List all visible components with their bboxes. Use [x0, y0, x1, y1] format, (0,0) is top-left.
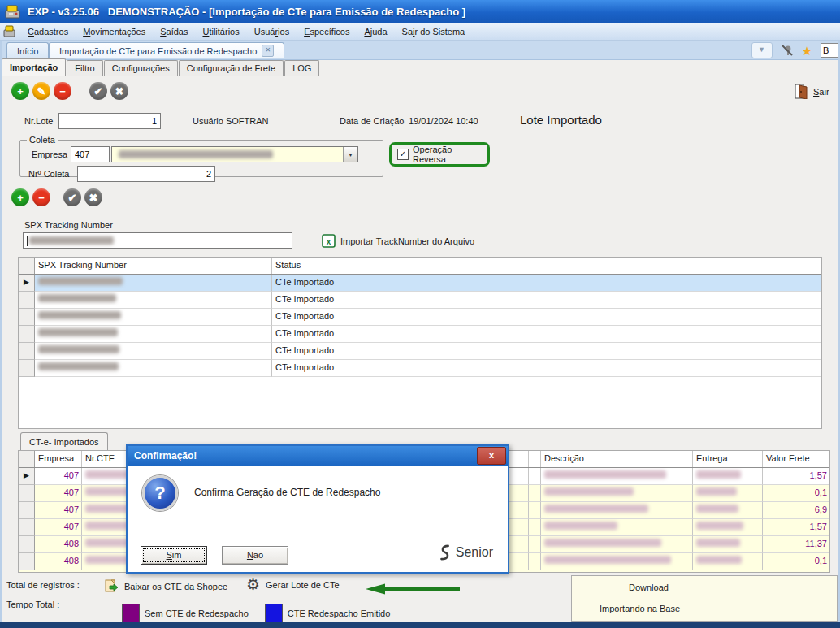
- tempo-total-label: Tempo Total :: [6, 600, 59, 609]
- tabbar-controls: ▼ ★: [751, 42, 840, 58]
- legend-swatch-sem-cte: [122, 604, 140, 623]
- search-input[interactable]: [821, 43, 840, 58]
- spx-tracking-input[interactable]: [23, 232, 292, 249]
- col-header-spx-tracking[interactable]: SPX Tracking Number: [35, 258, 272, 274]
- tracking-row[interactable]: CTe Importado: [19, 309, 821, 326]
- nr-coleta-field[interactable]: [77, 166, 215, 182]
- exit-button[interactable]: Sair: [795, 84, 829, 99]
- row-indicator: ▶: [19, 275, 35, 292]
- operacao-reversa-checkbox[interactable]: ✓: [397, 149, 409, 160]
- tab-inicio[interactable]: Início: [6, 42, 49, 58]
- tracking-value-redacted: [29, 236, 114, 245]
- col-header-valor-frete[interactable]: Valor Frete: [763, 451, 829, 467]
- gerar-lote-label: Gerar Lote de CTe: [266, 580, 340, 590]
- col-header-descricao[interactable]: Descrição: [541, 451, 693, 467]
- dialog-title: Confirmação!: [134, 450, 197, 461]
- add-lote-button[interactable]: +: [11, 82, 29, 100]
- window-titlebar[interactable]: EXP - v3.25.06 DEMONSTRAÇÃO - [Importaçã…: [0, 0, 840, 23]
- tab-importacao[interactable]: Importação: [2, 58, 66, 76]
- empresa-label: Empresa: [32, 149, 67, 159]
- download-label: Download: [629, 583, 669, 592]
- document-tab-bar: Início Importação de CTe para Emissão de…: [0, 41, 840, 60]
- menu-item-usuarios[interactable]: Usuários: [248, 25, 296, 38]
- dialog-titlebar[interactable]: Confirmação! x: [128, 446, 508, 466]
- progress-panel: Download Importando na Base: [571, 575, 838, 622]
- excel-file-icon: x: [322, 234, 336, 248]
- dialog-close-button[interactable]: x: [477, 447, 506, 465]
- tab-configuracoes[interactable]: Configurações: [104, 60, 178, 76]
- tab-log[interactable]: LOG: [284, 60, 319, 76]
- empresa-combo[interactable]: ▼: [111, 146, 358, 162]
- gear-icon: ⚙: [246, 578, 260, 592]
- delete-lote-button[interactable]: −: [54, 82, 71, 100]
- tracking-redacted: [38, 277, 123, 285]
- nr-lote-label: Nr.Lote: [24, 116, 53, 126]
- window-title: EXP - v3.25.06 DEMONSTRAÇÃO - [Importaçã…: [28, 6, 465, 18]
- col-header-entrega[interactable]: Entrega: [693, 451, 763, 467]
- favorite-star-icon[interactable]: ★: [802, 45, 812, 57]
- question-icon: ?: [142, 475, 178, 511]
- tracking-row[interactable]: CTe Importado: [19, 292, 821, 309]
- legend-label-sem-cte: Sem CTE de Redespacho: [145, 609, 249, 618]
- confirm-tracking-button[interactable]: ✔: [63, 188, 81, 206]
- status-cell: CTe Importado: [272, 292, 821, 309]
- text-cursor: [27, 236, 28, 246]
- tab-cte-importados[interactable]: CT-e- Importados: [20, 432, 108, 451]
- unpin-icon[interactable]: [781, 44, 794, 57]
- total-registros-label: Total de registros :: [6, 580, 80, 590]
- tracking-grid: SPX Tracking Number Status ▶ CTe Importa…: [18, 257, 822, 429]
- empresa-code-field[interactable]: [71, 146, 110, 162]
- col-header-empresa[interactable]: Empresa: [35, 451, 82, 467]
- menu-item-sair-do-sistema[interactable]: Sair do Sistema: [396, 25, 472, 38]
- menu-item-saidas[interactable]: Saídas: [154, 25, 194, 38]
- nao-button[interactable]: Não: [222, 546, 288, 565]
- tab-configuracao-de-frete[interactable]: Configuração de Frete: [179, 60, 284, 76]
- tracking-row[interactable]: CTe Importado: [19, 360, 821, 377]
- chevron-down-icon[interactable]: ▼: [751, 42, 773, 58]
- lote-status-label: Lote Importado: [520, 113, 602, 127]
- download-file-icon: [104, 578, 119, 594]
- lote-toolbar: + ✎ − ✔ ✖: [11, 82, 128, 100]
- status-cell: CTe Importado: [272, 343, 821, 360]
- empresa-cell: 407: [35, 468, 82, 485]
- door-exit-icon: [795, 84, 808, 99]
- importando-base-label: Importando na Base: [600, 604, 680, 613]
- baixar-cte-shopee-button[interactable]: Baixar os CTE da Shopee: [104, 578, 227, 594]
- col-header-status[interactable]: Status: [272, 258, 821, 274]
- senior-logo-icon: [438, 544, 452, 561]
- data-criacao-label: Data de Criação: [340, 116, 405, 126]
- tab-filtro[interactable]: Filtro: [67, 60, 102, 76]
- nr-lote-field[interactable]: [58, 113, 161, 129]
- status-cell: CTe Importado: [272, 275, 821, 292]
- legend: Sem CTE de Redespacho CTE Redespacho Emi…: [122, 604, 390, 623]
- tracking-row[interactable]: ▶ CTe Importado: [19, 275, 821, 292]
- status-cell: CTe Importado: [272, 309, 821, 326]
- annotation-arrow-icon: [366, 583, 461, 595]
- tracking-row[interactable]: CTe Importado: [19, 326, 821, 343]
- combo-dropdown-icon[interactable]: ▼: [343, 147, 357, 162]
- menu-item-especificos[interactable]: Específicos: [297, 25, 356, 38]
- dialog-message: Confirma Geração de CTE de Redespacho: [194, 487, 380, 498]
- window-border-bottom: [0, 622, 840, 628]
- row-indicator: ▶: [19, 468, 35, 485]
- data-criacao-value: 19/01/2024 10:40: [409, 116, 478, 126]
- import-tracknumber-label: Importar TrackNumber do Arquivo: [340, 236, 474, 246]
- menu-item-movimentacoes[interactable]: Movimentações: [76, 25, 152, 38]
- menu-item-ajuda[interactable]: Ajuda: [357, 25, 393, 38]
- close-tab-icon[interactable]: ✕: [262, 45, 274, 57]
- add-tracking-button[interactable]: +: [11, 188, 29, 206]
- tab-importacao-cte-redespacho[interactable]: Importação de CTe para Emissão de Redesp…: [49, 42, 284, 58]
- menu-item-cadastros[interactable]: Cadastros: [21, 25, 75, 38]
- edit-lote-button[interactable]: ✎: [32, 82, 50, 100]
- cancel-lote-button[interactable]: ✖: [110, 82, 128, 100]
- cancel-tracking-button[interactable]: ✖: [84, 188, 102, 206]
- menu-item-utilitarios[interactable]: Utilitários: [196, 25, 245, 38]
- svg-text:x: x: [327, 237, 331, 246]
- gerar-lote-cte-button[interactable]: ⚙ Gerar Lote de CTe: [246, 578, 340, 592]
- confirm-lote-button[interactable]: ✔: [89, 82, 107, 100]
- import-tracknumber-button[interactable]: x Importar TrackNumber do Arquivo: [322, 234, 474, 248]
- sim-button[interactable]: Sim: [141, 546, 207, 565]
- legend-label-emitido: CTE Redespacho Emitido: [288, 609, 391, 618]
- delete-tracking-button[interactable]: −: [32, 188, 50, 206]
- tracking-row[interactable]: CTe Importado: [19, 343, 821, 360]
